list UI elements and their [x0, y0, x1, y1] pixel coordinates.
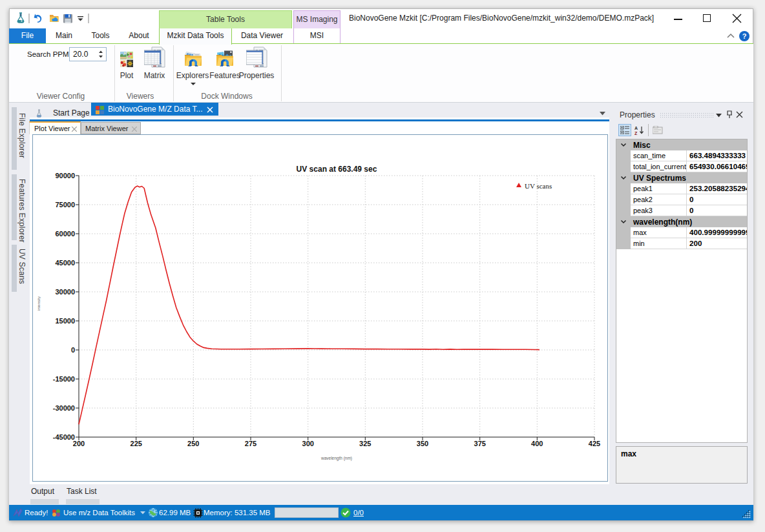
svg-text:-45000: -45000 [53, 433, 75, 441]
svg-text:250: 250 [187, 440, 199, 447]
svg-text:350: 350 [417, 440, 428, 447]
svg-text:200: 200 [73, 440, 85, 447]
svg-text:60000: 60000 [55, 230, 75, 238]
svg-text:375: 375 [474, 440, 486, 447]
svg-text:-15000: -15000 [53, 375, 75, 383]
svg-text:UV scans: UV scans [525, 182, 552, 190]
svg-text:45000: 45000 [55, 259, 75, 267]
svg-text:-30000: -30000 [53, 404, 75, 412]
svg-text:0: 0 [71, 346, 75, 354]
svg-text:30000: 30000 [55, 288, 75, 296]
svg-text:intensity: intensity [37, 296, 41, 311]
svg-text:425: 425 [589, 440, 600, 447]
svg-text:UV scan at 663.49 sec: UV scan at 663.49 sec [297, 165, 377, 174]
svg-text:225: 225 [131, 440, 142, 447]
svg-text:Z: Z [634, 131, 638, 135]
svg-text:wavelength (nm): wavelength (nm) [320, 456, 352, 461]
svg-text:A: A [634, 126, 638, 130]
svg-text:400: 400 [531, 440, 543, 447]
svg-text:275: 275 [245, 440, 257, 447]
svg-text:90000: 90000 [55, 172, 75, 179]
svg-text:325: 325 [359, 440, 371, 447]
svg-text:15000: 15000 [55, 317, 75, 325]
svg-text:300: 300 [302, 440, 314, 447]
svg-text:75000: 75000 [55, 201, 75, 209]
